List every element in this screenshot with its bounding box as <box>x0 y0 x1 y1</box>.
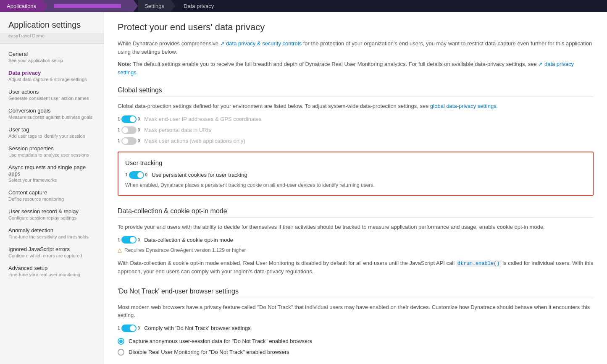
tracking-desc: When enabled, Dynatrace places a persist… <box>125 182 586 188</box>
main-layout: Application settings easyTravel Demo Gen… <box>0 12 607 364</box>
sidebar-item-content-capture[interactable]: Content capture Define resource monitori… <box>0 186 104 205</box>
radio-disable[interactable] <box>118 349 124 356</box>
sidebar-item-title-session-properties: Session properties <box>8 145 95 152</box>
toggle-data-collection-label: Data-collection & cookie opt-in mode <box>144 237 233 243</box>
sidebar: Application settings easyTravel Demo Gen… <box>0 12 104 364</box>
sidebar-item-subtitle-data-privacy: Adjust data-capture & storage settings <box>8 77 95 82</box>
sidebar-item-title-content-capture: Content capture <box>8 189 95 196</box>
sidebar-item-title-advanced-setup: Advanced setup <box>8 265 95 271</box>
nav-data-privacy-label: Data privacy <box>184 3 214 9</box>
sidebar-item-ignored-js-errors[interactable]: Ignored JavaScript errors Configure whic… <box>0 243 104 262</box>
data-collection-title: Data-collection & cookie opt-in mode <box>118 207 594 218</box>
sidebar-item-subtitle-advanced-setup: Fine-tune your real user monitoring <box>8 272 95 277</box>
global-data-privacy-link[interactable]: global data-privacy settings. <box>430 103 498 109</box>
toggle-row-dnt: 1 0 Comply with 'Do Not Track' browser s… <box>118 325 594 332</box>
sidebar-item-subtitle-ignored-js-errors: Configure which errors are captured <box>8 253 95 258</box>
global-settings-title: Global settings <box>118 86 594 97</box>
nav-app-name[interactable] <box>43 0 134 12</box>
sidebar-item-subtitle-async-requests: Select your frameworks <box>8 178 95 183</box>
warning-icon: △ <box>118 247 122 253</box>
sidebar-items: General See your application setup Data … <box>0 47 104 280</box>
sidebar-item-anomaly-detection[interactable]: Anomaly detection Fine-tune the sensitiv… <box>0 224 104 243</box>
code-snippet: dtrum.enable() <box>456 260 501 267</box>
page-title: Protect your end users' data privacy <box>118 22 594 33</box>
toggle-row-ip: 1 0 Mask end-user IP addresses & GPS coo… <box>118 115 594 123</box>
toggle-row-cookies: 1 0 Use persistent cookies for user trac… <box>125 171 586 179</box>
toggle-ip-mask[interactable] <box>121 115 137 123</box>
global-settings-desc: Global data-protection settings defined … <box>118 102 594 110</box>
radio-anonymous-label: Capture anonymous user-session data for … <box>129 338 312 344</box>
toggle-cookies-label: Use persistent cookies for user tracking <box>152 172 247 178</box>
toggle-persistent-cookies[interactable] <box>129 171 144 179</box>
data-collection-desc: To provide your end users with the abili… <box>118 223 594 231</box>
warning-text: Requires Dynatrace OneAgent version 1.12… <box>124 247 246 253</box>
data-privacy-link[interactable]: ➚ data privacy & security controls <box>220 40 303 47</box>
app-name-bar <box>54 4 121 8</box>
main-content: Protect your end users' data privacy Whi… <box>104 12 607 364</box>
sidebar-item-user-actions[interactable]: User actions Generate consistent user ac… <box>0 85 104 104</box>
user-tracking-box: User tracking 1 0 Use persistent cookies… <box>118 152 594 196</box>
toggle-ip-label: Mask end-user IP addresses & GPS coordin… <box>144 116 261 122</box>
sidebar-item-title-ignored-js-errors: Ignored JavaScript errors <box>8 246 95 252</box>
sidebar-item-title-async-requests: Async requests and single page apps <box>8 164 95 177</box>
link-icon: ➚ <box>220 40 226 47</box>
nav-applications-label: Applications <box>7 3 36 9</box>
sidebar-item-subtitle-content-capture: Define resource monitoring <box>8 196 95 202</box>
toggle-data-collection[interactable] <box>121 236 137 244</box>
toggle-uri-label: Mask personal data in URIs <box>144 127 211 133</box>
toggle-row-uri: 1 0 Mask personal data in URIs <box>118 126 594 134</box>
note-paragraph: Note: The default settings enable you to… <box>118 60 594 76</box>
toggle-dnt-label: Comply with 'Do Not Track' browser setti… <box>144 325 251 331</box>
sidebar-item-subtitle-user-tag: Add user tags to identify your session <box>8 134 95 139</box>
toggle-row-data-collection: 1 0 Data-collection & cookie opt-in mode <box>118 236 594 244</box>
sidebar-item-subtitle-user-actions: Generate consistent user action names <box>8 96 95 101</box>
toggle-uri-mask[interactable] <box>121 126 137 134</box>
sidebar-item-data-privacy[interactable]: Data privacy Adjust data-capture & stora… <box>0 66 104 85</box>
sidebar-item-title-user-session-record: User session record & replay <box>8 208 95 215</box>
sidebar-item-advanced-setup[interactable]: Advanced setup Fine-tune your real user … <box>0 262 104 280</box>
sidebar-item-subtitle-session-properties: Use metadata to analyze user sessions <box>8 152 95 157</box>
do-not-track-title: 'Do Not Track' end-user browser settings <box>118 288 594 298</box>
toggle-actions-label: Mask user actions (web applications only… <box>144 138 245 144</box>
sidebar-item-subtitle-general: See your application setup <box>8 58 95 63</box>
nav-settings[interactable]: Settings <box>138 0 171 12</box>
sidebar-app-name: easyTravel Demo <box>0 33 104 44</box>
nav-settings-label: Settings <box>145 3 164 9</box>
sidebar-item-title-data-privacy: Data privacy <box>8 70 95 76</box>
radio-anonymous[interactable] <box>118 338 124 345</box>
radio-disable-label: Disable Real User Monitoring for "Do Not… <box>129 349 289 355</box>
toggle-row-actions: 1 0 Mask user actions (web applications … <box>118 137 594 145</box>
sidebar-item-title-conversion-goals: Conversion goals <box>8 107 95 114</box>
toggle-dnt[interactable] <box>121 325 137 332</box>
sidebar-item-async-requests[interactable]: Async requests and single page apps Sele… <box>0 161 104 186</box>
toggle-actions-mask[interactable] <box>121 137 137 145</box>
data-collection-detail: With Data-collection & cookie opt-in mod… <box>118 259 594 276</box>
top-navigation: Applications Settings Data privacy <box>0 0 607 12</box>
intro-paragraph: While Dynatrace provides comprehensive ➚… <box>118 39 594 56</box>
sidebar-item-general[interactable]: General See your application setup <box>0 47 104 66</box>
radio-row-anonymous[interactable]: Capture anonymous user-session data for … <box>118 338 594 345</box>
sidebar-item-title-general: General <box>8 51 95 57</box>
sidebar-item-title-anomaly-detection: Anomaly detection <box>8 227 95 233</box>
sidebar-item-subtitle-conversion-goals: Measure success against business goals <box>8 115 95 120</box>
sidebar-title: Application settings <box>0 20 104 33</box>
radio-row-disable[interactable]: Disable Real User Monitoring for "Do Not… <box>118 349 594 356</box>
sidebar-item-user-tag[interactable]: User tag Add user tags to identify your … <box>0 123 104 142</box>
sidebar-item-session-properties[interactable]: Session properties Use metadata to analy… <box>0 142 104 161</box>
sidebar-item-conversion-goals[interactable]: Conversion goals Measure success against… <box>0 104 104 123</box>
nav-data-privacy[interactable]: Data privacy <box>175 0 221 12</box>
sidebar-item-subtitle-anomaly-detection: Fine-tune the sensitivity and thresholds <box>8 234 95 239</box>
link-icon-2: ➚ <box>538 61 544 67</box>
warning-row: △ Requires Dynatrace OneAgent version 1.… <box>118 247 594 253</box>
do-not-track-section: 'Do Not Track' end-user browser settings… <box>118 288 594 356</box>
sidebar-item-title-user-tag: User tag <box>8 126 95 133</box>
do-not-track-desc: Most modern web browsers have a privacy … <box>118 303 594 319</box>
user-tracking-title: User tracking <box>125 159 586 166</box>
sidebar-item-title-user-actions: User actions <box>8 89 95 95</box>
sidebar-item-subtitle-user-session-record: Configure session replay settings <box>8 215 95 220</box>
nav-applications[interactable]: Applications <box>0 0 43 12</box>
data-collection-section: Data-collection & cookie opt-in mode To … <box>118 207 594 276</box>
sidebar-item-user-session-record[interactable]: User session record & replay Configure s… <box>0 205 104 224</box>
